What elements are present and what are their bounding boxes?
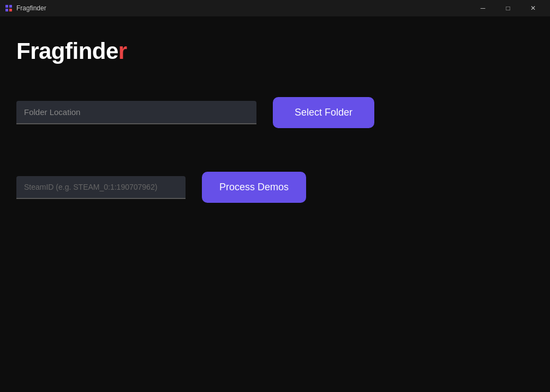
main-content: Fragfinder Select Folder Process Demos [0, 16, 550, 225]
steam-row: Process Demos [16, 172, 534, 203]
app-icon [4, 4, 13, 13]
svg-rect-0 [5, 5, 8, 8]
process-demos-button[interactable]: Process Demos [202, 172, 306, 203]
title-bar-text: Fragfinder [16, 4, 46, 12]
app-title: Fragfinder [16, 38, 534, 64]
svg-rect-1 [9, 5, 12, 8]
maximize-button[interactable]: □ [495, 0, 521, 16]
svg-rect-2 [5, 9, 8, 11]
select-folder-button[interactable]: Select Folder [273, 97, 374, 128]
folder-row: Select Folder [16, 97, 534, 128]
app-title-accent: r [118, 38, 127, 64]
minimize-button[interactable]: ─ [470, 0, 495, 16]
close-button[interactable]: ✕ [521, 0, 546, 16]
title-bar-controls: ─ □ ✕ [470, 0, 546, 16]
folder-location-input[interactable] [16, 101, 256, 124]
steam-id-input[interactable] [16, 176, 186, 199]
svg-rect-3 [9, 9, 12, 11]
title-bar: Fragfinder ─ □ ✕ [0, 0, 550, 16]
title-bar-left: Fragfinder [4, 4, 46, 13]
